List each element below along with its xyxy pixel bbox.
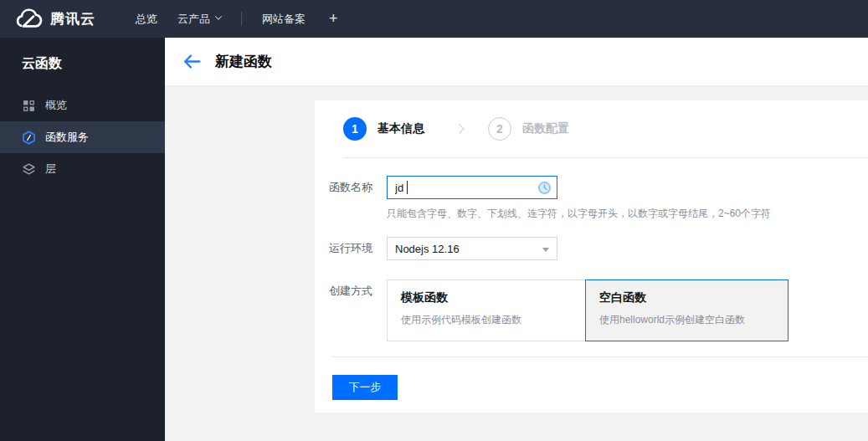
- option-template-function[interactable]: 模板函数 使用示例代码模板创建函数: [387, 279, 586, 341]
- clock-validating-icon: [537, 181, 552, 195]
- step-2-label: 函数配置: [522, 121, 569, 136]
- function-name-input[interactable]: [388, 177, 530, 198]
- page-title: 新建函数: [215, 52, 272, 71]
- nav-website-beian[interactable]: 网站备案: [252, 12, 316, 27]
- option-title: 空白函数: [599, 290, 788, 305]
- sidebar-item-overview[interactable]: 概览: [0, 90, 165, 121]
- step-basic-info: 1 基本信息: [343, 117, 424, 141]
- option-blank-function[interactable]: 空白函数 使用helloworld示例创建空白函数: [585, 279, 788, 341]
- option-description: 使用helloworld示例创建空白函数: [599, 313, 788, 327]
- nav-overview[interactable]: 总览: [126, 12, 167, 27]
- console-window: 腾讯云 总览 云产品 网站备案 + 云函数 概览: [0, 0, 868, 441]
- sidebar-item-function-service[interactable]: 函数服务: [0, 121, 165, 153]
- tencent-cloud-icon: [14, 8, 44, 30]
- creation-method-options: 模板函数 使用示例代码模板创建函数 空白函数 使用helloworld示例创建空…: [387, 279, 788, 341]
- sidebar-item-label: 函数服务: [45, 130, 89, 145]
- runtime-label: 运行环境: [329, 237, 387, 260]
- tencent-cloud-logo[interactable]: 腾讯云: [14, 8, 95, 30]
- scf-hexagon-icon: [22, 131, 36, 145]
- top-navigation: 总览 云产品 网站备案 +: [126, 10, 338, 28]
- nav-cloud-products[interactable]: 云产品: [167, 12, 231, 27]
- chevron-down-icon: [215, 13, 222, 19]
- steps-divider: [343, 157, 868, 158]
- step-2-circle: 2: [488, 117, 511, 141]
- step-function-config: 2 函数配置: [488, 117, 569, 141]
- sidebar-title: 云函数: [0, 38, 165, 90]
- function-name-label: 函数名称: [329, 176, 387, 199]
- function-name-help-text: 只能包含字母、数字、下划线、连字符，以字母开头，以数字或字母结尾，2~60个字符: [387, 207, 868, 221]
- runtime-selected-value: Nodejs 12.16: [395, 243, 460, 255]
- step-indicator: 1 基本信息 2 函数配置: [315, 100, 868, 157]
- logo-text: 腾讯云: [50, 9, 95, 28]
- option-description: 使用示例代码模板创建函数: [401, 313, 585, 327]
- step-1-label: 基本信息: [378, 121, 424, 136]
- layers-icon: [22, 162, 36, 177]
- footer-divider: [331, 356, 868, 357]
- triangle-down-icon: [542, 248, 549, 252]
- runtime-select[interactable]: Nodejs 12.16: [387, 237, 557, 260]
- grid-icon: [22, 99, 36, 113]
- step-1-circle: 1: [343, 117, 367, 141]
- function-name-input-box: [387, 176, 557, 199]
- nav-divider: [241, 12, 242, 26]
- create-function-card: 1 基本信息 2 函数配置 函数名称: [315, 100, 868, 413]
- content-area: 1 基本信息 2 函数配置 函数名称: [165, 86, 868, 441]
- sidebar: 云函数 概览 函数服务: [0, 38, 165, 441]
- nav-cloud-products-label: 云产品: [177, 12, 210, 27]
- option-title: 模板函数: [401, 290, 585, 305]
- chevron-right-icon: [455, 124, 464, 133]
- sidebar-item-label: 概览: [45, 98, 67, 113]
- arrow-left-icon: [183, 54, 201, 69]
- add-nav-tab-button[interactable]: +: [329, 10, 338, 28]
- back-button[interactable]: [183, 54, 203, 70]
- page-header: 新建函数: [165, 38, 868, 86]
- sidebar-item-label: 层: [45, 162, 56, 177]
- sidebar-item-layers[interactable]: 层: [0, 153, 165, 185]
- topbar: 腾讯云 总览 云产品 网站备案 +: [0, 0, 868, 38]
- next-step-button[interactable]: 下一步: [332, 375, 398, 400]
- creation-method-label: 创建方式: [329, 279, 387, 341]
- text-cursor: [407, 181, 408, 194]
